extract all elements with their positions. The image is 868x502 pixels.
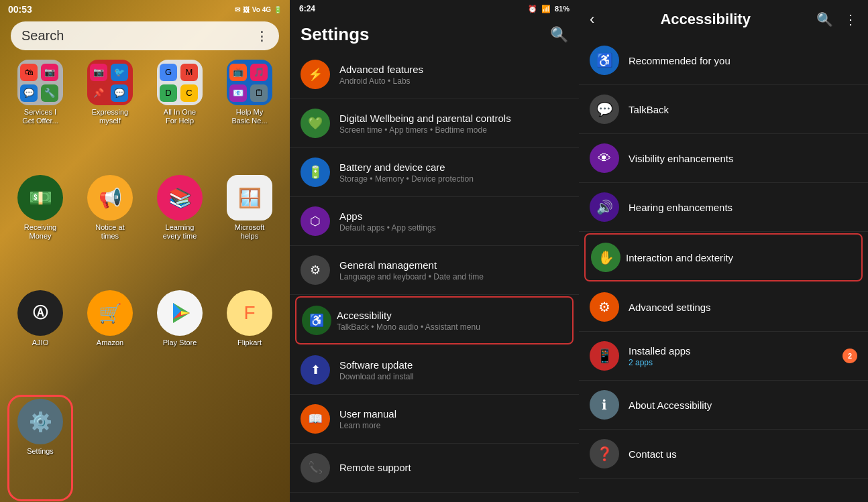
app-item-helpmybasic[interactable]: 📺 🎵 📧 🗒 Help MyBasic Ne... <box>219 60 280 167</box>
acc-item-interaction[interactable]: ✋ Interaction and dexterity <box>584 233 863 281</box>
app-item-notice[interactable]: 📢 Notice attimes <box>79 175 141 282</box>
contact-icon: ❓ <box>590 439 619 468</box>
battery-name: Battery and device care <box>339 162 568 173</box>
talkback-icon: 💬 <box>590 95 619 124</box>
acc-item-about[interactable]: ℹ About Accessibility <box>579 381 868 430</box>
app-label-services: Services IGet Offer... <box>22 108 58 125</box>
remote-icon: 📞 <box>301 453 330 483</box>
settings-item-accessibility[interactable]: ♿ Accessibility TalkBack • Mono audio • … <box>295 296 574 344</box>
acc-header: ‹ Accessibility 🔍 ⋮ <box>579 0 868 36</box>
acc-item-talkback[interactable]: 💬 TalkBack <box>579 85 868 134</box>
status-bar-settings: 6:24 ⏰ 📶 81% <box>290 0 579 16</box>
contact-name: Contact us <box>629 448 677 460</box>
installed-name: Installed apps <box>629 345 843 357</box>
app-label-learning: Learningevery time <box>163 223 197 241</box>
about-icon: ℹ <box>590 390 619 420</box>
interaction-text: Interaction and dexterity <box>626 252 733 263</box>
app-label-microsoft: Microsofthelps <box>235 223 265 241</box>
app-label-amazon: Amazon <box>97 338 123 347</box>
software-sub: Download and install <box>339 372 568 381</box>
settings-item-remote[interactable]: 📞 Remote support <box>290 444 579 493</box>
installed-badge: 2 <box>843 349 857 363</box>
home-time: 00:53 <box>8 4 32 15</box>
battery-sub: Storage • Memory • Device protection <box>339 174 568 184</box>
remote-name: Remote support <box>339 462 568 473</box>
settings-item-battery[interactable]: 🔋 Battery and device care Storage • Memo… <box>290 148 579 197</box>
general-name: General management <box>339 259 568 271</box>
recommended-icon: ♿ <box>590 46 619 75</box>
hearing-icon: 🔊 <box>590 192 619 222</box>
recommended-name: Recommended for you <box>629 55 730 66</box>
acc-item-hearing[interactable]: 🔊 Hearing enhancements <box>579 183 868 232</box>
app-label-helpmybasic: Help MyBasic Ne... <box>231 108 267 125</box>
installed-sub: 2 apps <box>629 358 843 367</box>
settings-item-software[interactable]: ⬆ Software update Download and install <box>290 346 579 395</box>
digital-text: Digital Wellbeing and parental controls … <box>339 113 568 135</box>
general-sub: Language and keyboard • Date and time <box>339 272 568 281</box>
search-bar-menu[interactable]: ⋮ <box>256 29 268 44</box>
app-item-flipkart[interactable]: F Flipkart <box>219 290 280 389</box>
app-item-ajio[interactable]: Ⓐ AJIO <box>9 290 71 389</box>
software-name: Software update <box>339 359 568 371</box>
app-label-notice: Notice attimes <box>95 223 124 241</box>
settings-item-advanced[interactable]: ⚡ Advanced features Android Auto • Labs <box>290 50 579 99</box>
acc-list: ♿ Recommended for you 💬 TalkBack 👁 Visib… <box>579 36 868 502</box>
settings-search-icon[interactable]: 🔍 <box>550 26 568 44</box>
app-label-receiving: ReceivingMoney <box>24 223 56 241</box>
acc-item-recommended[interactable]: ♿ Recommended for you <box>579 36 868 85</box>
advanced-sub: Android Auto • Labs <box>339 76 568 86</box>
acc-header-icons: 🔍 ⋮ <box>816 11 857 27</box>
usermanual-name: User manual <box>339 408 568 420</box>
advanced-settings-icon: ⚙ <box>590 292 619 322</box>
settings-item-usermanual[interactable]: 📖 User manual Learn more <box>290 395 579 444</box>
settings-title: Settings <box>301 24 370 45</box>
accessibility-text: Accessibility TalkBack • Mono audio • As… <box>337 310 567 332</box>
about-name: About Accessibility <box>629 399 712 411</box>
app-item-services[interactable]: 🛍 📷 💬 🔧 Services IGet Offer... <box>9 60 71 167</box>
acc-more-icon[interactable]: ⋮ <box>844 11 857 27</box>
settings-item-apps[interactable]: ⬡ Apps Default apps • App settings <box>290 197 579 246</box>
digital-sub: Screen time • App timers • Bedtime mode <box>339 125 568 135</box>
app-item-settings[interactable]: ⚙️ Settings <box>9 397 71 499</box>
apps-text: Apps Default apps • App settings <box>339 210 568 233</box>
acc-item-visibility[interactable]: 👁 Visibility enhancements <box>579 134 868 183</box>
app-label-settings: Settings <box>27 447 54 456</box>
settings-list: ⚡ Advanced features Android Auto • Labs … <box>290 50 579 502</box>
installed-text: Installed apps 2 apps <box>629 345 843 367</box>
app-item-amazon[interactable]: 🛒 Amazon <box>79 290 141 389</box>
software-text: Software update Download and install <box>339 359 568 381</box>
acc-search-icon[interactable]: 🔍 <box>816 11 833 27</box>
acc-title: Accessibility <box>660 11 751 28</box>
app-item-playstore[interactable]: Play Store <box>149 290 211 389</box>
about-text: About Accessibility <box>629 399 712 411</box>
apps-name: Apps <box>339 210 568 222</box>
hearing-text: Hearing enhancements <box>629 202 733 213</box>
advanced-settings-name: Advanced settings <box>629 302 711 313</box>
search-bar-label: Search <box>21 28 64 44</box>
home-screen: 00:53 ✉ 🖼 Vo 4G 🔋 Search ⋮ 🛍 📷 💬 🔧 Servi… <box>0 0 290 502</box>
settings-screen: 6:24 ⏰ 📶 81% Settings 🔍 ⚡ Advanced featu… <box>290 0 579 502</box>
app-item-expressing[interactable]: 📷 🐦 📌 💬 Expressingmyself <box>79 60 141 167</box>
advanced-name: Advanced features <box>339 64 568 75</box>
search-bar[interactable]: Search ⋮ <box>11 21 279 50</box>
advanced-icon: ⚡ <box>301 60 330 89</box>
acc-back-icon[interactable]: ‹ <box>590 11 594 28</box>
acc-item-contact[interactable]: ❓ Contact us <box>579 430 868 479</box>
email-icon: ✉ <box>235 6 240 13</box>
app-item-allinone[interactable]: G M D C All In OneFor Help <box>149 60 211 167</box>
battery-text: Battery and device care Storage • Memory… <box>339 162 568 184</box>
app-item-microsoft[interactable]: 🪟 Microsofthelps <box>219 175 280 282</box>
interaction-name: Interaction and dexterity <box>626 252 733 263</box>
general-text: General management Language and keyboard… <box>339 259 568 281</box>
settings-time: 6:24 <box>299 4 315 13</box>
settings-item-digital[interactable]: 💚 Digital Wellbeing and parental control… <box>290 99 579 148</box>
settings-item-general[interactable]: ⚙ General management Language and keyboa… <box>290 246 579 295</box>
acc-item-advanced-settings[interactable]: ⚙ Advanced settings <box>579 283 868 332</box>
wifi-icon: 📶 <box>541 5 551 13</box>
general-icon: ⚙ <box>301 255 330 285</box>
app-item-learning[interactable]: 📚 Learningevery time <box>149 175 211 282</box>
alarm-icon: ⏰ <box>528 5 537 13</box>
advanced-text: Advanced features Android Auto • Labs <box>339 64 568 86</box>
acc-item-installed[interactable]: 📱 Installed apps 2 apps 2 <box>579 332 868 381</box>
app-item-receiving[interactable]: 💵 ReceivingMoney <box>9 175 71 282</box>
